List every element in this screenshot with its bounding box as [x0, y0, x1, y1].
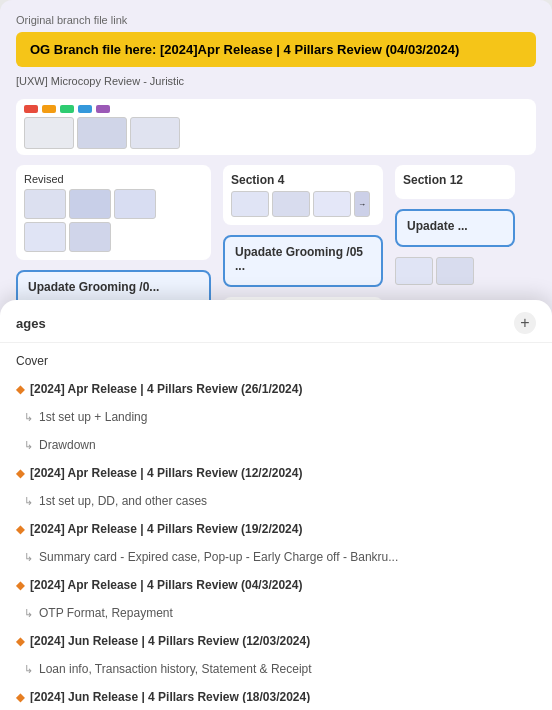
- upadate4-label: Upadate ...: [407, 219, 503, 233]
- section4-label: Section 4: [231, 173, 375, 187]
- list-item[interactable]: ◆[2024] Apr Release | 4 Pillars Review (…: [0, 515, 552, 543]
- list-item[interactable]: ◆[2024] Apr Release | 4 Pillars Review (…: [0, 459, 552, 487]
- upadate2-card[interactable]: Upadate Grooming /05 ...: [223, 235, 383, 287]
- pages-list[interactable]: Cover◆[2024] Apr Release | 4 Pillars Rev…: [0, 343, 552, 703]
- panel-header: ages +: [0, 300, 552, 343]
- upadate2-label: Upadate Grooming /05 ...: [235, 245, 371, 273]
- diamond-icon: ◆: [16, 635, 24, 648]
- list-item[interactable]: ◆[2024] Jun Release | 4 Pillars Review (…: [0, 683, 552, 703]
- list-item[interactable]: ↳Summary card - Expired case, Pop-up - E…: [0, 543, 552, 571]
- list-item[interactable]: ↳Loan info, Transaction history, Stateme…: [0, 655, 552, 683]
- diamond-icon: ◆: [16, 579, 24, 592]
- arrow-icon: ↳: [24, 663, 33, 676]
- subtitle: [UXW] Microcopy Review - Juristic: [16, 75, 536, 87]
- list-item[interactable]: ↳1st set up + Landing: [0, 403, 552, 431]
- branch-link-box[interactable]: OG Branch file here: [2024]Apr Release |…: [16, 32, 536, 67]
- arrow-icon: ↳: [24, 439, 33, 452]
- list-item[interactable]: ◆[2024] Apr Release | 4 Pillars Review (…: [0, 375, 552, 403]
- list-item[interactable]: ↳Drawdown: [0, 431, 552, 459]
- branch-link-label: Original branch file link: [16, 14, 536, 26]
- add-button[interactable]: +: [514, 312, 536, 334]
- revised-label: Revised: [24, 173, 203, 185]
- bottom-panel: ages + Cover◆[2024] Apr Release | 4 Pill…: [0, 300, 552, 710]
- arrow-icon: ↳: [24, 495, 33, 508]
- arrow-icon: ↳: [24, 607, 33, 620]
- diamond-icon: ◆: [16, 467, 24, 480]
- arrow-icon: ↳: [24, 551, 33, 564]
- diamond-icon: ◆: [16, 691, 24, 704]
- diamond-icon: ◆: [16, 523, 24, 536]
- list-item[interactable]: ◆[2024] Apr Release | 4 Pillars Review (…: [0, 571, 552, 599]
- arrow-icon: ↳: [24, 411, 33, 424]
- upadate4-card[interactable]: Upadate ...: [395, 209, 515, 247]
- upadate1-label: Upadate Grooming /0...: [28, 280, 199, 294]
- list-item[interactable]: ◆[2024] Jun Release | 4 Pillars Review (…: [0, 627, 552, 655]
- panel-title: ages: [16, 316, 46, 331]
- list-item[interactable]: ↳1st set up, DD, and other cases: [0, 487, 552, 515]
- diamond-icon: ◆: [16, 383, 24, 396]
- section12-label: Section 12: [403, 173, 507, 187]
- list-item[interactable]: Cover: [0, 347, 552, 375]
- list-item[interactable]: ↳OTP Format, Repayment: [0, 599, 552, 627]
